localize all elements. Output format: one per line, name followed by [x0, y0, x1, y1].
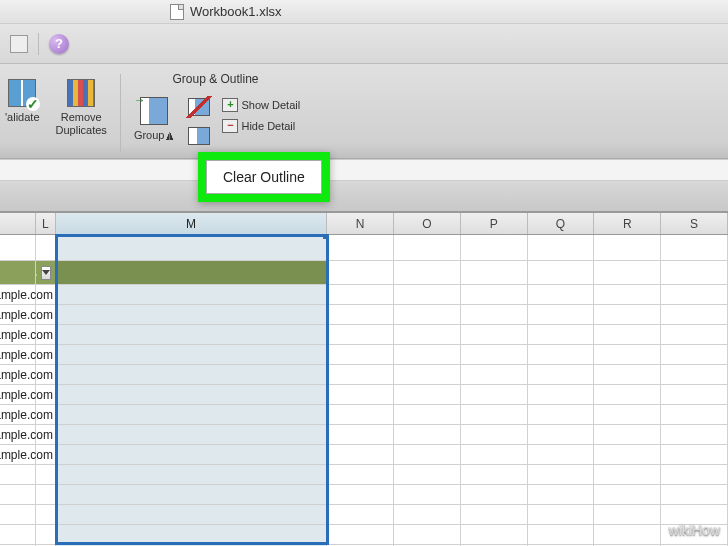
table-row: xample.com [0, 385, 728, 405]
cell-value: xample.com [0, 428, 53, 442]
select-all-corner[interactable] [0, 213, 36, 234]
remove-duplicates-button[interactable]: Remove Duplicates [51, 74, 112, 140]
validate-label: 'alidate [5, 111, 40, 124]
cell-value: xample.com [0, 448, 53, 462]
remove-duplicates-icon [65, 77, 97, 109]
cell[interactable] [327, 235, 394, 260]
cell[interactable] [528, 261, 595, 284]
subtotal-icon [186, 125, 212, 147]
table-row: xample.com [0, 365, 728, 385]
group-button[interactable]: Group [129, 92, 179, 145]
remove-duplicates-label: Remove Duplicates [56, 111, 107, 137]
cell-value: xample.com [0, 328, 53, 342]
table-row: xample.com [0, 305, 728, 325]
row-header[interactable] [0, 235, 36, 260]
chevron-down-icon [166, 132, 173, 140]
cell[interactable] [56, 235, 327, 260]
header-text: ess [36, 266, 37, 280]
dropdown-menu: Clear Outline [198, 152, 330, 202]
hide-detail-button[interactable]: Hide Detail [220, 117, 302, 135]
cell[interactable] [528, 235, 595, 260]
cell-value: xample.com [0, 348, 53, 362]
section-label: Group & Outline [172, 70, 258, 88]
clear-outline-item[interactable]: Clear Outline [206, 160, 322, 194]
cell-value: xample.com [0, 408, 53, 422]
table-row [0, 525, 728, 545]
cell-value: xample.com [0, 308, 53, 322]
table-row: xample.com [0, 325, 728, 345]
hide-detail-label: Hide Detail [241, 120, 295, 132]
ribbon-group-outline: Group & Outline Group Sh [121, 70, 310, 156]
clear-outline-label: Clear Outline [223, 169, 305, 185]
cell[interactable] [56, 285, 327, 304]
qa-button[interactable] [10, 35, 28, 53]
document-icon [170, 4, 184, 20]
group-icon [138, 95, 170, 127]
cell[interactable] [394, 261, 461, 284]
cell[interactable] [594, 235, 661, 260]
blank-row [0, 235, 728, 261]
table-header-cell[interactable]: ess [36, 261, 56, 284]
column-header[interactable]: R [594, 213, 661, 234]
table-row [0, 505, 728, 525]
table-row [0, 485, 728, 505]
cell[interactable] [661, 261, 728, 284]
table-row: xample.com [0, 445, 728, 465]
group-label-text: Group [134, 129, 165, 142]
validate-button[interactable]: 'alidate [0, 74, 45, 127]
show-detail-button[interactable]: Show Detail [220, 96, 302, 114]
filter-arrow-icon[interactable] [41, 266, 51, 280]
minus-icon [222, 119, 238, 133]
column-header[interactable]: L [36, 213, 56, 234]
worksheet[interactable]: L M N O P Q R S ess [0, 213, 728, 546]
ribbon: 'alidate Remove Duplicates Group & Outli… [0, 64, 728, 159]
show-detail-label: Show Detail [241, 99, 300, 111]
cell[interactable] [56, 261, 327, 284]
cell[interactable] [394, 235, 461, 260]
help-icon[interactable]: ? [49, 34, 69, 54]
quick-access-toolbar: ? [0, 24, 728, 64]
outline-strip [0, 181, 728, 213]
column-header[interactable]: Q [528, 213, 595, 234]
column-header[interactable]: P [461, 213, 528, 234]
cell-value: xample.com [0, 288, 53, 302]
cell[interactable] [327, 285, 394, 304]
table-header-row: ess [0, 261, 728, 285]
ungroup-button[interactable] [184, 94, 214, 120]
plus-icon [222, 98, 238, 112]
separator [38, 33, 39, 55]
cell-value: xample.com [0, 368, 53, 382]
window-title: Workbook1.xlsx [190, 4, 282, 19]
row-header[interactable] [0, 261, 36, 284]
column-header[interactable]: O [394, 213, 461, 234]
cell[interactable] [461, 235, 528, 260]
column-header[interactable]: S [661, 213, 728, 234]
table-row: xample.com [0, 405, 728, 425]
title-bar: Workbook1.xlsx [0, 0, 728, 24]
table-row: xample.com [0, 285, 728, 305]
cell-value: xample.com [0, 388, 53, 402]
table-row [0, 465, 728, 485]
formula-bar[interactable] [0, 159, 728, 181]
cell[interactable] [327, 261, 394, 284]
column-headers: L M N O P Q R S [0, 213, 728, 235]
ribbon-group-data-tools: 'alidate Remove Duplicates [0, 70, 120, 156]
cell[interactable] [36, 235, 56, 260]
ungroup-icon [186, 96, 212, 118]
group-label [54, 140, 57, 156]
table-row: xample.com [0, 345, 728, 365]
data-rows: ess xample.com xample.com xample.com [0, 235, 728, 546]
cell[interactable] [661, 235, 728, 260]
validate-icon [6, 77, 38, 109]
watermark: wikiHow [669, 522, 720, 538]
table-row: xample.com [0, 425, 728, 445]
column-header[interactable]: N [327, 213, 394, 234]
column-header-selected[interactable]: M [56, 213, 327, 234]
cell[interactable] [594, 261, 661, 284]
subtotal-button[interactable] [184, 123, 214, 149]
cell[interactable] [461, 261, 528, 284]
